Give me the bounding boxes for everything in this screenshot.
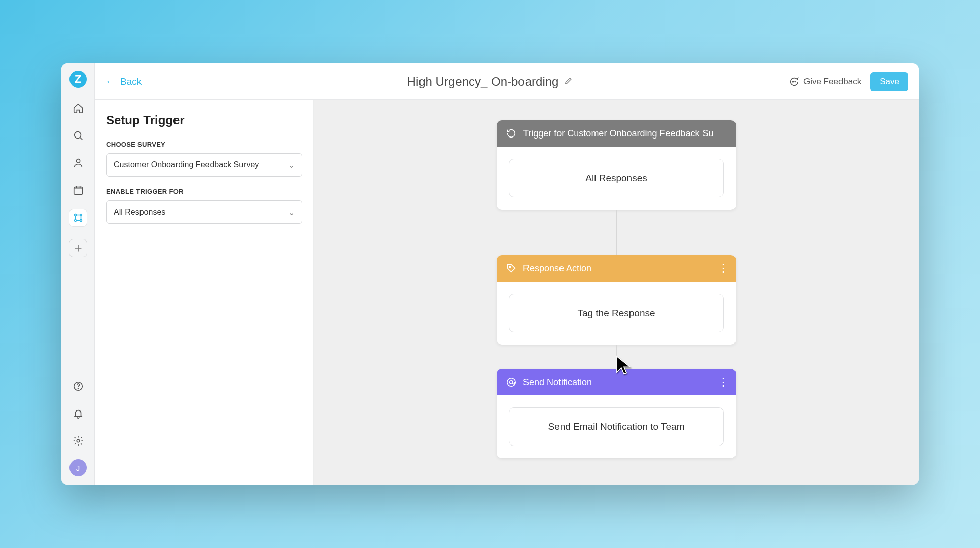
plus-icon <box>73 243 84 254</box>
nav-settings[interactable] <box>69 432 87 450</box>
chevron-down-icon: ⌄ <box>288 208 295 217</box>
person-icon <box>73 157 84 168</box>
nav-rail: Z <box>61 63 95 485</box>
tag-icon <box>506 263 517 274</box>
svg-point-6 <box>80 220 82 222</box>
topbar: ← Back High Urgency_ On-boarding Give Fe… <box>95 63 919 100</box>
pencil-icon <box>564 76 573 85</box>
back-button[interactable]: ← Back <box>105 76 142 87</box>
brand-logo[interactable]: Z <box>69 71 87 88</box>
notification-pill[interactable]: Send Email Notification to Team <box>509 407 724 446</box>
connector-line <box>616 210 617 255</box>
app-window: Z <box>61 63 919 485</box>
trigger-node-body: All Responses <box>497 147 736 210</box>
svg-point-11 <box>793 81 794 82</box>
notification-node-title: Send Notification <box>523 377 727 388</box>
body: Setup Trigger CHOOSE SURVEY Customer Onb… <box>95 100 919 485</box>
main-column: ← Back High Urgency_ On-boarding Give Fe… <box>95 63 919 485</box>
action-node-title: Response Action <box>523 263 727 274</box>
choose-survey-select[interactable]: Customer Onboarding Feedback Survey ⌄ <box>106 153 302 177</box>
action-node-menu[interactable]: ⋮ <box>718 263 729 274</box>
notification-node-header: Send Notification ⋮ <box>497 369 736 395</box>
chevron-down-icon: ⌄ <box>288 160 295 170</box>
trigger-node[interactable]: Trigger for Customer Onboarding Feedback… <box>497 120 736 210</box>
panel-heading: Setup Trigger <box>106 113 302 127</box>
gear-icon <box>73 435 84 447</box>
title-wrap: High Urgency_ On-boarding <box>407 75 573 89</box>
notification-node-menu[interactable]: ⋮ <box>718 376 729 388</box>
feedback-icon <box>788 76 799 87</box>
notification-node-body: Send Email Notification to Team <box>497 395 736 458</box>
topbar-right: Give Feedback Save <box>788 72 908 91</box>
user-avatar[interactable]: J <box>69 459 87 476</box>
page-title: High Urgency_ On-boarding <box>407 75 559 89</box>
trigger-icon <box>506 128 517 139</box>
give-feedback-label: Give Feedback <box>803 77 861 87</box>
nav-calendar[interactable] <box>69 181 87 199</box>
svg-point-8 <box>78 388 78 389</box>
enable-trigger-value: All Responses <box>114 208 165 217</box>
nav-workflows[interactable] <box>69 209 87 227</box>
workflow-icon <box>73 212 84 223</box>
trigger-node-title: Trigger for Customer Onboarding Feedback… <box>523 128 727 139</box>
action-node[interactable]: Response Action ⋮ Tag the Response <box>497 255 736 345</box>
give-feedback-button[interactable]: Give Feedback <box>788 76 861 87</box>
nav-add[interactable] <box>69 239 87 257</box>
svg-point-1 <box>76 159 80 163</box>
enable-trigger-label: ENABLE TRIGGER FOR <box>106 188 302 195</box>
svg-point-4 <box>80 214 82 216</box>
back-label: Back <box>120 76 142 87</box>
action-node-header: Response Action ⋮ <box>497 255 736 282</box>
action-node-body: Tag the Response <box>497 282 736 345</box>
setup-panel: Setup Trigger CHOOSE SURVEY Customer Onb… <box>95 100 314 485</box>
svg-point-15 <box>510 381 513 384</box>
nav-home[interactable] <box>69 99 87 117</box>
home-icon <box>73 102 84 114</box>
connector-line <box>616 345 617 369</box>
nav-chat[interactable] <box>69 126 87 145</box>
svg-point-0 <box>74 132 81 139</box>
trigger-condition-pill[interactable]: All Responses <box>509 159 724 197</box>
trigger-node-header: Trigger for Customer Onboarding Feedback… <box>497 120 736 147</box>
notification-node[interactable]: Send Notification ⋮ Send Email Notificat… <box>497 369 736 458</box>
svg-point-5 <box>74 220 76 222</box>
nav-help[interactable] <box>69 377 87 395</box>
save-button[interactable]: Save <box>870 72 908 91</box>
rail-top-group <box>69 99 87 257</box>
bell-icon <box>73 408 84 419</box>
svg-rect-2 <box>74 187 82 195</box>
chat-search-icon <box>73 130 84 141</box>
svg-point-13 <box>509 266 511 268</box>
svg-point-3 <box>74 214 76 216</box>
choose-survey-value: Customer Onboarding Feedback Survey <box>114 160 259 169</box>
arrow-left-icon: ← <box>105 76 115 87</box>
at-icon <box>506 376 517 388</box>
svg-point-14 <box>507 378 516 387</box>
svg-point-12 <box>795 81 795 82</box>
help-icon <box>73 381 84 392</box>
svg-point-10 <box>792 81 793 82</box>
nav-notifications[interactable] <box>69 404 87 423</box>
choose-survey-label: CHOOSE SURVEY <box>106 141 302 148</box>
workflow-canvas[interactable]: Trigger for Customer Onboarding Feedback… <box>314 100 919 485</box>
calendar-icon <box>73 185 84 196</box>
rail-bottom-group: J <box>69 377 87 485</box>
svg-point-9 <box>77 439 80 442</box>
edit-title-button[interactable] <box>564 76 573 87</box>
action-pill[interactable]: Tag the Response <box>509 294 724 332</box>
nav-people[interactable] <box>69 154 87 172</box>
enable-trigger-select[interactable]: All Responses ⌄ <box>106 200 302 224</box>
